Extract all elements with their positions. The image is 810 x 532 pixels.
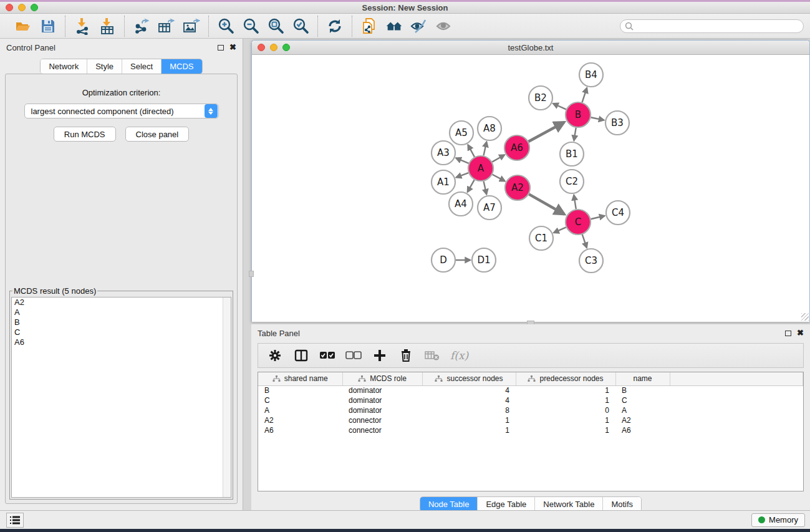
edge-A-A3[interactable] — [456, 158, 468, 163]
edge-B-B3[interactable] — [591, 117, 604, 120]
node-A3[interactable]: A3 — [432, 141, 455, 165]
tab-network[interactable]: Network — [41, 59, 87, 74]
node-D1[interactable]: D1 — [472, 248, 496, 272]
result-list-item[interactable]: C — [12, 327, 231, 337]
zoom-out-icon[interactable] — [241, 17, 260, 36]
node-D[interactable]: D — [432, 248, 455, 272]
clone-network-icon[interactable] — [360, 17, 378, 36]
delete-column-icon[interactable] — [398, 347, 414, 364]
node-A2[interactable]: A2 — [505, 175, 530, 200]
edge-C-C3[interactable] — [582, 235, 587, 248]
node-A4[interactable]: A4 — [449, 192, 473, 216]
window-resize-handle[interactable] — [801, 313, 809, 321]
add-column-icon[interactable] — [372, 347, 388, 364]
column-header-successor-nodes[interactable]: successor nodes — [422, 372, 516, 385]
node-C3[interactable]: C3 — [579, 249, 603, 273]
export-table-icon[interactable] — [157, 17, 176, 36]
node-C[interactable]: C — [566, 210, 591, 235]
zoom-fit-icon[interactable] — [266, 17, 285, 36]
tab-node-table[interactable]: Node Table — [420, 497, 478, 511]
mcds-result-list[interactable]: A2ABCA6 — [11, 297, 231, 498]
edge-A2-C[interactable] — [529, 194, 564, 214]
tab-style[interactable]: Style — [87, 59, 122, 74]
edge-A6-B[interactable] — [528, 122, 564, 142]
node-A6[interactable]: A6 — [504, 135, 529, 160]
column-view-icon[interactable] — [293, 347, 309, 364]
function-builder-icon[interactable]: f(x) — [450, 349, 468, 362]
result-list-item[interactable]: A — [12, 307, 231, 317]
network-canvas[interactable]: B4B2BB3A5A8A6A3B1AC2A1A2A4A7C4CC1DD1C3 — [252, 55, 809, 322]
hide-selected-icon[interactable] — [410, 17, 428, 36]
tab-edge-table[interactable]: Edge Table — [478, 497, 535, 511]
vertical-splitter-handle[interactable] — [249, 271, 254, 277]
tab-select[interactable]: Select — [122, 59, 162, 74]
column-header-MCDS-role[interactable]: MCDS role — [342, 372, 422, 385]
settings-gear-icon[interactable] — [267, 347, 283, 364]
float-panel-icon[interactable] — [218, 45, 224, 51]
node-B3[interactable]: B3 — [605, 111, 629, 135]
edge-A-A8[interactable] — [483, 142, 486, 155]
edge-C-C1[interactable] — [554, 227, 566, 233]
result-list-scrollbar[interactable] — [223, 297, 231, 497]
table-row[interactable]: Cdominator41C — [258, 395, 803, 405]
edge-B-B4[interactable] — [582, 88, 587, 102]
memory-button[interactable]: Memory — [751, 513, 805, 527]
first-neighbors-icon[interactable] — [385, 17, 403, 36]
tab-mcds[interactable]: MCDS — [162, 59, 201, 74]
edge-A-A5[interactable] — [468, 145, 475, 157]
result-list-item[interactable]: A2 — [12, 297, 231, 307]
result-list-item[interactable]: B — [12, 317, 231, 327]
node-B[interactable]: B — [566, 102, 591, 127]
run-mcds-button[interactable]: Run MCDS — [54, 127, 116, 142]
optimization-criterion-select[interactable]: largest connected component (directed) — [24, 104, 219, 118]
edge-B-B1[interactable] — [574, 128, 576, 141]
import-table-icon[interactable] — [98, 17, 117, 36]
node-A[interactable]: A — [468, 156, 493, 181]
column-header-name[interactable]: name — [615, 372, 670, 385]
node-A8[interactable]: A8 — [478, 117, 501, 140]
edge-C-C2[interactable] — [574, 195, 576, 210]
result-list-item[interactable]: A6 — [12, 337, 231, 347]
unselect-all-icon[interactable] — [345, 347, 362, 364]
node-C1[interactable]: C1 — [529, 226, 553, 250]
close-panel-button[interactable]: Close panel — [125, 127, 190, 142]
export-network-icon[interactable] — [132, 17, 151, 36]
node-table[interactable]: shared nameMCDS rolesuccessor nodesprede… — [258, 372, 804, 491]
node-A1[interactable]: A1 — [432, 170, 455, 194]
node-B1[interactable]: B1 — [560, 142, 584, 166]
edge-B-B2[interactable] — [553, 104, 566, 109]
task-history-button[interactable] — [6, 513, 24, 528]
node-A5[interactable]: A5 — [450, 121, 473, 145]
column-header-shared-name[interactable]: shared name — [258, 372, 342, 385]
open-session-icon[interactable] — [14, 17, 32, 36]
node-B2[interactable]: B2 — [529, 86, 552, 110]
node-C2[interactable]: C2 — [560, 170, 584, 193]
edge-A-A6[interactable] — [492, 155, 504, 162]
export-image-icon[interactable] — [182, 17, 201, 36]
table-row[interactable]: Adominator80A — [258, 405, 803, 415]
edge-A-A4[interactable] — [468, 180, 475, 192]
close-table-panel-icon[interactable]: ✖ — [797, 330, 804, 336]
table-row[interactable]: A6connector11A6 — [258, 425, 803, 435]
tab-motifs[interactable]: Motifs — [603, 497, 641, 511]
column-header-predecessor-nodes[interactable]: predecessor nodes — [516, 372, 615, 385]
zoom-in-icon[interactable] — [216, 17, 235, 36]
node-B4[interactable]: B4 — [579, 63, 603, 87]
save-session-icon[interactable] — [39, 17, 57, 36]
refresh-icon[interactable] — [325, 17, 344, 36]
edge-A-A1[interactable] — [456, 173, 469, 177]
show-all-icon[interactable] — [435, 17, 453, 36]
float-table-panel-icon[interactable] — [785, 331, 791, 336]
tab-network-table[interactable]: Network Table — [535, 497, 603, 511]
table-row[interactable]: Bdominator41B — [258, 385, 803, 395]
network-window-titlebar[interactable]: testGlobe.txt — [252, 41, 809, 55]
edge-A-A2[interactable] — [493, 175, 505, 181]
zoom-selected-icon[interactable] — [291, 17, 310, 36]
select-all-icon[interactable] — [319, 347, 335, 364]
edge-A-A7[interactable] — [484, 181, 487, 194]
close-panel-icon[interactable]: ✖ — [229, 44, 236, 51]
import-network-icon[interactable] — [73, 17, 92, 36]
delete-table-icon[interactable] — [424, 347, 440, 364]
edge-C-C4[interactable] — [591, 216, 604, 219]
table-row[interactable]: A2connector11A2 — [258, 415, 803, 425]
